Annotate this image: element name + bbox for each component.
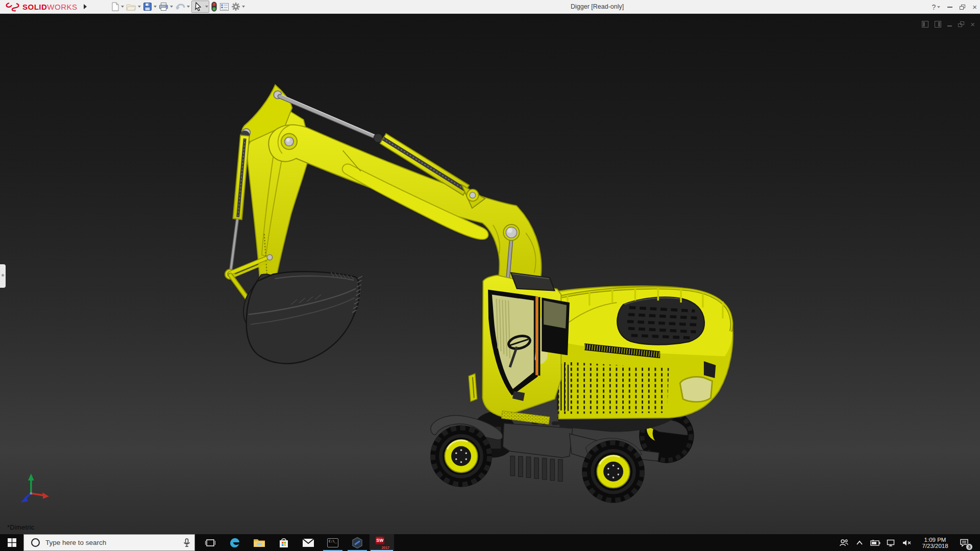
- cortana-icon: [31, 538, 40, 547]
- hexagon-app-button[interactable]: [345, 534, 370, 551]
- print-button[interactable]: [158, 1, 174, 13]
- doc-minimize-button[interactable]: [947, 22, 952, 27]
- new-document-button[interactable]: [110, 1, 125, 13]
- upper-body: [556, 286, 733, 432]
- action-center-button[interactable]: 3: [958, 536, 971, 549]
- toolbar-flyout-arrow[interactable]: [82, 2, 89, 11]
- select-cursor-icon: [192, 2, 204, 12]
- wheel-rear-left: [582, 440, 645, 503]
- tray-chevron-icon[interactable]: [854, 540, 865, 545]
- engine-hood: [617, 297, 704, 344]
- open-button[interactable]: [126, 1, 141, 13]
- tab-grip-dot: [2, 274, 4, 277]
- pane-right-button[interactable]: [935, 21, 941, 28]
- task-view-button[interactable]: [198, 534, 223, 551]
- taskbar-search[interactable]: [23, 534, 195, 551]
- windows-logo-icon: [8, 538, 16, 547]
- new-document-icon: [111, 2, 119, 11]
- save-button[interactable]: [142, 1, 157, 13]
- solidworks-logo-icon: [5, 2, 20, 12]
- orientation-triad: [20, 473, 49, 503]
- mail-icon: [302, 538, 314, 547]
- clock[interactable]: 1:09 PM 7/23/2018: [919, 537, 951, 549]
- notification-badge: 3: [966, 543, 973, 550]
- file-properties-icon: [219, 3, 229, 11]
- solidworks-window: SOLIDWORKS: [0, 0, 980, 551]
- task-view-icon: [205, 539, 215, 547]
- doc-close-button[interactable]: ×: [970, 20, 975, 29]
- featuremanager-collapsed-tab[interactable]: [0, 264, 6, 288]
- solidworks-app-icon: SW 2017: [375, 537, 388, 549]
- graphics-viewport[interactable]: × *Dimetric: [0, 14, 980, 534]
- system-tray: 1:09 PM 7/23/2018 3: [838, 534, 980, 551]
- store-icon: [278, 537, 289, 548]
- help-button[interactable]: ?: [932, 3, 940, 11]
- taskbar-apps: C:\_ SW 2017: [198, 534, 394, 551]
- open-folder-icon: [126, 2, 136, 11]
- brand-text: SOLIDWORKS: [22, 3, 78, 11]
- bucket: [247, 271, 362, 363]
- command-prompt-icon: C:\_: [327, 538, 338, 547]
- close-button[interactable]: ×: [972, 5, 977, 10]
- brand-works: WORKS: [47, 3, 77, 11]
- save-icon: [143, 2, 152, 11]
- file-properties-button[interactable]: [219, 1, 230, 13]
- mail-button[interactable]: [296, 534, 321, 551]
- view-orientation-label: *Dimetric: [7, 524, 34, 531]
- store-button[interactable]: [272, 534, 296, 551]
- print-icon: [159, 2, 168, 11]
- network-icon[interactable]: [886, 539, 897, 546]
- search-input[interactable]: [45, 539, 163, 546]
- doc-restore-button[interactable]: [958, 21, 964, 27]
- battery-icon[interactable]: [870, 540, 881, 546]
- options-button[interactable]: [231, 1, 246, 13]
- solidworks-app-button[interactable]: SW 2017: [370, 534, 394, 551]
- volume-muted-icon[interactable]: [901, 539, 913, 546]
- microphone-icon[interactable]: [183, 538, 190, 547]
- pane-left-button[interactable]: [922, 21, 928, 28]
- window-controls: ? ×: [932, 0, 977, 14]
- wheel-front-left: [430, 425, 492, 487]
- edge-icon: [229, 537, 241, 549]
- hexagon-app-icon: [351, 537, 363, 549]
- taskbar: C:\_ SW 2017: [0, 534, 980, 551]
- minimize-button[interactable]: [947, 7, 952, 8]
- edge-button[interactable]: [223, 534, 247, 551]
- solidworks-logo[interactable]: SOLIDWORKS: [5, 2, 78, 12]
- quick-access-toolbar: [110, 1, 247, 13]
- gear-icon: [231, 2, 240, 11]
- rebuild-button[interactable]: [210, 1, 218, 13]
- clock-time: 1:09 PM: [919, 537, 951, 543]
- clock-date: 7/23/2018: [919, 543, 951, 549]
- start-button[interactable]: [0, 534, 23, 551]
- brand-solid: SOLID: [22, 3, 47, 11]
- file-explorer-button[interactable]: [247, 534, 272, 551]
- select-tool-button[interactable]: [191, 1, 209, 13]
- bucket-cylinder: [225, 131, 250, 279]
- restore-button[interactable]: [960, 5, 965, 10]
- undo-icon: [175, 2, 185, 11]
- people-icon[interactable]: [838, 539, 849, 547]
- undo-button[interactable]: [175, 1, 190, 13]
- command-prompt-button[interactable]: C:\_: [321, 534, 345, 551]
- document-window-controls: ×: [922, 20, 975, 29]
- window-title: Digger [Read-only]: [571, 0, 624, 14]
- rebuild-traffic-light-icon: [211, 2, 217, 12]
- titlebar: SOLIDWORKS: [0, 0, 980, 14]
- folder-icon: [253, 538, 265, 548]
- cab: [469, 273, 570, 424]
- digger-model[interactable]: [225, 85, 733, 503]
- 3d-scene: [0, 14, 980, 534]
